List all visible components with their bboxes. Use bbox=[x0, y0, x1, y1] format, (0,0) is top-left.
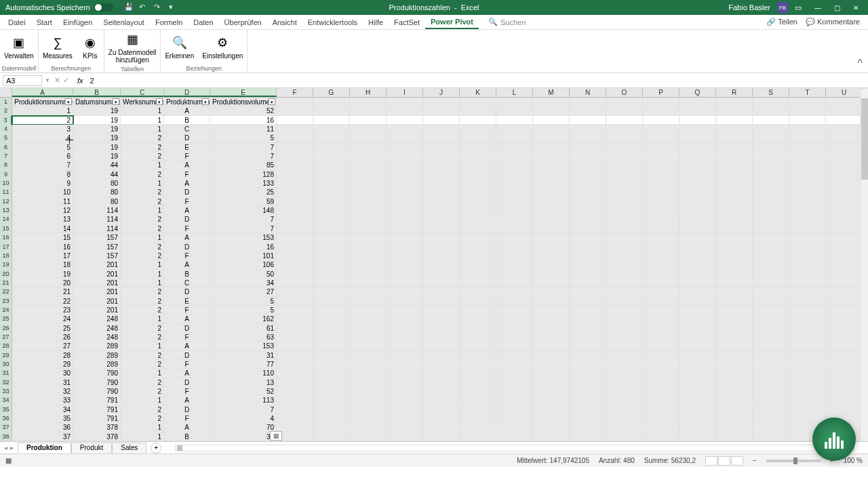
cell[interactable]: 133 bbox=[210, 179, 277, 188]
cell[interactable] bbox=[789, 306, 826, 314]
cell[interactable]: 1 bbox=[121, 432, 164, 441]
cell[interactable] bbox=[753, 387, 789, 396]
cell[interactable] bbox=[533, 432, 570, 441]
cell[interactable]: 44 bbox=[73, 161, 121, 169]
cell[interactable] bbox=[716, 287, 753, 296]
cell[interactable] bbox=[350, 243, 387, 251]
cell[interactable]: 289 bbox=[73, 342, 121, 350]
cell[interactable] bbox=[496, 197, 533, 206]
cell[interactable] bbox=[496, 405, 533, 414]
cell[interactable] bbox=[826, 134, 863, 142]
cell[interactable] bbox=[753, 314, 789, 323]
cell[interactable] bbox=[716, 324, 753, 333]
cell[interactable] bbox=[789, 297, 826, 306]
row-header[interactable]: 4 bbox=[0, 125, 12, 134]
cell[interactable] bbox=[277, 287, 313, 296]
cell[interactable]: 1 bbox=[121, 260, 164, 269]
cell[interactable]: 32 bbox=[12, 387, 73, 396]
cell[interactable] bbox=[826, 260, 863, 269]
cell[interactable] bbox=[496, 179, 533, 188]
cell[interactable]: A bbox=[164, 106, 210, 115]
col-header-A[interactable]: A bbox=[12, 88, 73, 97]
cell[interactable] bbox=[606, 333, 643, 342]
cell[interactable]: 85 bbox=[210, 161, 277, 169]
cell[interactable] bbox=[496, 378, 533, 387]
zoom-slider[interactable] bbox=[766, 460, 821, 462]
cell[interactable] bbox=[643, 179, 679, 188]
cell[interactable] bbox=[350, 324, 387, 333]
cell[interactable] bbox=[423, 333, 460, 342]
cell[interactable] bbox=[570, 333, 606, 342]
cell[interactable] bbox=[460, 378, 496, 387]
user-avatar[interactable]: FB bbox=[777, 2, 788, 13]
cell[interactable] bbox=[423, 378, 460, 387]
row-header[interactable]: 15 bbox=[0, 224, 12, 233]
cell[interactable] bbox=[826, 98, 863, 106]
cell[interactable]: 14 bbox=[12, 224, 73, 233]
cell[interactable] bbox=[313, 170, 350, 179]
cell[interactable]: A bbox=[164, 206, 210, 215]
cell[interactable] bbox=[753, 233, 789, 242]
cell[interactable] bbox=[313, 414, 350, 423]
cell[interactable] bbox=[423, 432, 460, 441]
cell[interactable]: 201 bbox=[73, 297, 121, 306]
cell[interactable] bbox=[679, 134, 716, 142]
cell[interactable] bbox=[679, 170, 716, 179]
cell[interactable] bbox=[350, 287, 387, 296]
cell[interactable] bbox=[423, 414, 460, 423]
cell[interactable] bbox=[826, 360, 863, 369]
cell[interactable] bbox=[460, 161, 496, 169]
cell[interactable]: 7 bbox=[210, 405, 277, 414]
cell[interactable] bbox=[277, 206, 313, 215]
cell[interactable] bbox=[789, 324, 826, 333]
cell[interactable] bbox=[496, 423, 533, 432]
cell[interactable] bbox=[570, 215, 606, 224]
row-header[interactable]: 13 bbox=[0, 206, 12, 215]
cell[interactable] bbox=[753, 287, 789, 296]
cell[interactable] bbox=[350, 260, 387, 269]
cell[interactable] bbox=[679, 270, 716, 279]
cell[interactable] bbox=[533, 215, 570, 224]
cell[interactable] bbox=[350, 396, 387, 405]
cell[interactable] bbox=[423, 287, 460, 296]
cell[interactable] bbox=[350, 423, 387, 432]
cell[interactable] bbox=[716, 179, 753, 188]
cell[interactable]: 1 bbox=[121, 233, 164, 242]
cell[interactable] bbox=[277, 378, 313, 387]
cell[interactable] bbox=[753, 161, 789, 169]
cell[interactable]: F bbox=[164, 333, 210, 342]
row-header[interactable]: 20 bbox=[0, 270, 12, 279]
cell[interactable] bbox=[350, 134, 387, 142]
cell[interactable] bbox=[277, 405, 313, 414]
cell[interactable] bbox=[460, 206, 496, 215]
cell[interactable] bbox=[350, 206, 387, 215]
cell[interactable] bbox=[460, 279, 496, 287]
cell[interactable] bbox=[716, 423, 753, 432]
cell[interactable] bbox=[643, 161, 679, 169]
cell[interactable]: 1 bbox=[121, 342, 164, 350]
col-header-M[interactable]: M bbox=[533, 88, 570, 97]
cell[interactable] bbox=[496, 360, 533, 369]
cell[interactable] bbox=[606, 170, 643, 179]
cell[interactable] bbox=[716, 233, 753, 242]
cell[interactable]: 11 bbox=[12, 197, 73, 206]
cell[interactable] bbox=[753, 134, 789, 142]
cell[interactable]: 70 bbox=[210, 423, 277, 432]
cell[interactable]: 2 bbox=[121, 215, 164, 224]
cell[interactable]: 101 bbox=[210, 251, 277, 260]
cell[interactable] bbox=[826, 333, 863, 342]
cell[interactable] bbox=[387, 243, 423, 251]
cell[interactable] bbox=[313, 351, 350, 360]
cell[interactable] bbox=[313, 188, 350, 197]
cell[interactable] bbox=[679, 197, 716, 206]
cell[interactable]: E bbox=[164, 143, 210, 152]
cell[interactable] bbox=[606, 143, 643, 152]
cell[interactable] bbox=[753, 279, 789, 287]
zoom-out-button[interactable]: − bbox=[753, 457, 757, 464]
cell[interactable] bbox=[679, 233, 716, 242]
cell[interactable] bbox=[533, 369, 570, 378]
cell[interactable] bbox=[460, 179, 496, 188]
cell[interactable] bbox=[313, 251, 350, 260]
cell[interactable] bbox=[350, 297, 387, 306]
cell[interactable] bbox=[387, 161, 423, 169]
